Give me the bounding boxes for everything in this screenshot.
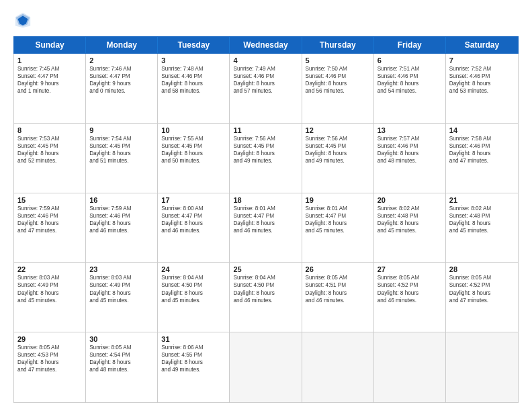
cell-info-line: Sunset: 4:47 PM — [89, 73, 154, 80]
cell-info-line: Sunrise: 8:06 AM — [161, 344, 226, 351]
day-number: 8 — [17, 126, 82, 134]
cal-cell: 9Sunrise: 7:54 AMSunset: 4:45 PMDaylight… — [86, 124, 158, 193]
cell-info-line: Daylight: 8 hours — [449, 150, 515, 157]
cell-info-line: and 49 minutes. — [306, 157, 370, 165]
day-number: 27 — [378, 265, 442, 273]
calendar: SundayMondayTuesdayWednesdayThursdayFrid… — [13, 36, 519, 403]
cell-info-line: and 46 minutes. — [378, 297, 442, 304]
cell-info-line: and 50 minutes. — [161, 157, 226, 165]
cal-cell: 26Sunrise: 8:05 AMSunset: 4:51 PMDayligh… — [302, 263, 374, 332]
cell-info-line: Sunrise: 8:01 AM — [306, 205, 370, 212]
cell-info-line: Sunset: 4:45 PM — [161, 142, 226, 150]
cell-info-line: Sunrise: 7:55 AM — [161, 135, 226, 142]
cell-info-line: Daylight: 8 hours — [17, 359, 82, 366]
cell-info-line: Sunset: 4:45 PM — [306, 142, 370, 150]
cal-cell: 31Sunrise: 8:06 AMSunset: 4:55 PMDayligh… — [158, 332, 230, 402]
day-number: 18 — [233, 196, 298, 204]
cell-info-line: Sunrise: 7:59 AM — [89, 205, 154, 212]
cell-info-line: and 56 minutes. — [306, 87, 370, 95]
cell-info-line: Sunset: 4:53 PM — [17, 351, 82, 359]
cell-info-line: Sunrise: 8:05 AM — [17, 344, 82, 351]
cell-info-line: Daylight: 9 hours — [89, 80, 154, 87]
cell-info-line: Sunrise: 8:03 AM — [17, 274, 82, 281]
cell-info-line: and 57 minutes. — [233, 87, 298, 95]
cal-cell: 10Sunrise: 7:55 AMSunset: 4:45 PMDayligh… — [158, 124, 230, 193]
cell-info-line: Daylight: 8 hours — [378, 220, 442, 227]
cell-info-line: Sunset: 4:46 PM — [161, 73, 226, 80]
day-number: 28 — [449, 265, 515, 273]
cell-info-line: and 54 minutes. — [378, 87, 442, 95]
day-number: 11 — [233, 126, 298, 134]
cell-info-line: Daylight: 8 hours — [89, 220, 154, 227]
cell-info-line: Sunrise: 7:56 AM — [233, 135, 298, 142]
day-number: 4 — [233, 56, 298, 64]
cal-cell: 8Sunrise: 7:53 AMSunset: 4:45 PMDaylight… — [14, 124, 86, 193]
cal-cell: 5Sunrise: 7:50 AMSunset: 4:46 PMDaylight… — [302, 54, 374, 123]
cal-cell: 30Sunrise: 8:05 AMSunset: 4:54 PMDayligh… — [86, 332, 158, 402]
cell-info-line: Sunset: 4:46 PM — [306, 73, 370, 80]
cell-info-line: Sunset: 4:47 PM — [161, 212, 226, 220]
logo — [13, 11, 35, 30]
cal-cell: 21Sunrise: 8:02 AMSunset: 4:48 PMDayligh… — [446, 193, 518, 263]
cell-info-line: Sunset: 4:47 PM — [233, 212, 298, 220]
logo-icon — [13, 11, 32, 30]
cell-info-line: Sunset: 4:45 PM — [17, 142, 82, 150]
cell-info-line: and 45 minutes. — [17, 297, 82, 304]
calendar-row-4: 22Sunrise: 8:03 AMSunset: 4:49 PMDayligh… — [14, 263, 518, 332]
day-number: 26 — [306, 265, 370, 273]
cell-info-line: Sunset: 4:49 PM — [89, 281, 154, 289]
cell-info-line: Sunrise: 8:05 AM — [89, 344, 154, 351]
calendar-header: SundayMondayTuesdayWednesdayThursdayFrid… — [13, 36, 519, 54]
header-day-monday: Monday — [86, 37, 158, 53]
cell-info-line: Daylight: 8 hours — [89, 150, 154, 157]
cell-info-line: and 53 minutes. — [449, 87, 515, 95]
day-number: 25 — [233, 265, 298, 273]
cell-info-line: Sunrise: 7:53 AM — [17, 135, 82, 142]
cal-cell — [302, 332, 374, 402]
header — [13, 11, 519, 30]
day-number: 16 — [89, 196, 154, 204]
cell-info-line: and 46 minutes. — [233, 227, 298, 234]
day-number: 29 — [17, 335, 82, 343]
cell-info-line: Sunset: 4:48 PM — [378, 212, 442, 220]
cal-cell: 19Sunrise: 8:01 AMSunset: 4:47 PMDayligh… — [302, 193, 374, 263]
cell-info-line: Sunrise: 8:04 AM — [161, 274, 226, 281]
cell-info-line: and 46 minutes. — [89, 227, 154, 234]
cell-info-line: Sunset: 4:45 PM — [89, 142, 154, 150]
cell-info-line: Sunset: 4:54 PM — [89, 351, 154, 359]
page: SundayMondayTuesdayWednesdayThursdayFrid… — [0, 0, 532, 411]
cal-cell: 1Sunrise: 7:45 AMSunset: 4:47 PMDaylight… — [14, 54, 86, 123]
day-number: 31 — [161, 335, 226, 343]
day-number: 30 — [89, 335, 154, 343]
cell-info-line: and 45 minutes. — [449, 227, 515, 234]
cell-info-line: and 48 minutes. — [378, 157, 442, 165]
day-number: 23 — [89, 265, 154, 273]
day-number: 24 — [161, 265, 226, 273]
cal-cell: 22Sunrise: 8:03 AMSunset: 4:49 PMDayligh… — [14, 263, 86, 332]
header-day-tuesday: Tuesday — [158, 37, 230, 53]
cell-info-line: Daylight: 8 hours — [161, 150, 226, 157]
cal-cell: 16Sunrise: 7:59 AMSunset: 4:46 PMDayligh… — [86, 193, 158, 263]
day-number: 14 — [449, 126, 515, 134]
calendar-row-2: 8Sunrise: 7:53 AMSunset: 4:45 PMDaylight… — [14, 124, 518, 193]
cell-info-line: Daylight: 8 hours — [89, 359, 154, 366]
cal-cell: 27Sunrise: 8:05 AMSunset: 4:52 PMDayligh… — [374, 263, 446, 332]
cell-info-line: Sunrise: 7:46 AM — [89, 65, 154, 73]
cal-cell: 20Sunrise: 8:02 AMSunset: 4:48 PMDayligh… — [374, 193, 446, 263]
cal-cell — [374, 332, 446, 402]
cal-cell: 4Sunrise: 7:49 AMSunset: 4:46 PMDaylight… — [230, 54, 302, 123]
cell-info-line: Sunrise: 8:04 AM — [233, 274, 298, 281]
header-day-sunday: Sunday — [14, 37, 86, 53]
cell-info-line: Daylight: 8 hours — [449, 80, 515, 87]
cell-info-line: Sunset: 4:55 PM — [161, 351, 226, 359]
cal-cell: 7Sunrise: 7:52 AMSunset: 4:46 PMDaylight… — [446, 54, 518, 123]
cell-info-line: Sunset: 4:46 PM — [233, 73, 298, 80]
cal-cell: 11Sunrise: 7:56 AMSunset: 4:45 PMDayligh… — [230, 124, 302, 193]
cell-info-line: Sunset: 4:50 PM — [233, 281, 298, 289]
cell-info-line: Daylight: 8 hours — [233, 150, 298, 157]
day-number: 21 — [449, 196, 515, 204]
cell-info-line: Sunset: 4:52 PM — [449, 281, 515, 289]
cell-info-line: Daylight: 8 hours — [449, 220, 515, 227]
cal-cell: 29Sunrise: 8:05 AMSunset: 4:53 PMDayligh… — [14, 332, 86, 402]
cell-info-line: Daylight: 8 hours — [161, 220, 226, 227]
